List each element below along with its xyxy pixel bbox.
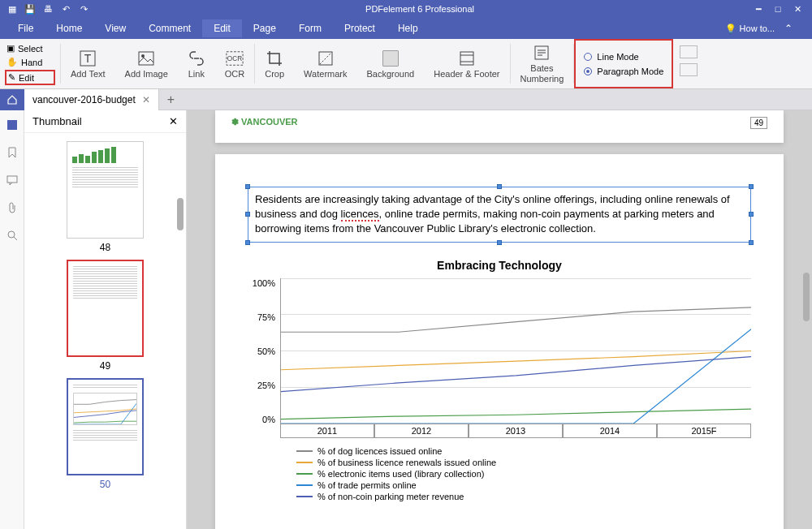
x-tick: 2013	[469, 424, 563, 438]
x-axis: 20112012201320142015F	[280, 424, 751, 438]
print-icon[interactable]: 🖶	[42, 3, 54, 15]
background-button[interactable]: Background	[356, 39, 424, 88]
x-tick: 2012	[374, 424, 469, 438]
menu-edit[interactable]: Edit	[202, 19, 242, 37]
menu-help[interactable]: Help	[387, 19, 430, 37]
doc-scrollbar[interactable]	[803, 273, 810, 321]
app-icon: ▦	[6, 3, 18, 15]
annotation-tab-icon[interactable]	[6, 174, 19, 187]
crop-icon	[266, 49, 283, 67]
add-text-button[interactable]: TAdd Text	[61, 39, 115, 88]
radio-filled-icon	[584, 67, 592, 75]
editing-textbox[interactable]: Residents are increasingly taking advant…	[248, 187, 751, 243]
resize-handle[interactable]	[497, 240, 502, 245]
home-tab[interactable]	[0, 89, 24, 110]
legend-item: % of trade permits online	[296, 480, 751, 490]
ocr-icon: OCR	[226, 49, 244, 67]
document-area[interactable]: ✽ VANCOUVER 49 Residents are increasingl…	[187, 110, 812, 529]
resize-handle[interactable]	[245, 240, 250, 245]
link-icon	[188, 49, 205, 67]
close-button[interactable]: ✕	[789, 3, 806, 15]
line-mode-option[interactable]: Line Mode	[584, 52, 663, 62]
align-icon-1[interactable]	[680, 45, 698, 58]
cursor-icon: ▣	[6, 43, 15, 54]
thumb-scrollbar[interactable]	[177, 198, 184, 230]
save-icon[interactable]: 💾	[24, 3, 36, 15]
howto-button[interactable]: 💡 How to...	[725, 24, 775, 34]
svg-rect-18	[7, 176, 17, 183]
thumb-label: 50	[67, 479, 144, 490]
undo-icon[interactable]: ↶	[60, 3, 71, 15]
bookmark-tab-icon[interactable]	[6, 146, 19, 159]
attachment-tab-icon[interactable]	[6, 201, 19, 214]
radio-icon	[584, 53, 592, 61]
crop-button[interactable]: Crop	[255, 39, 294, 88]
tab-label: vancouver-2016-budget	[32, 94, 136, 105]
sidebar	[0, 110, 24, 529]
bates-button[interactable]: Bates Numbering	[511, 39, 574, 88]
edit-tool[interactable]: ✎Edit	[5, 70, 55, 85]
bates-icon	[533, 44, 551, 62]
watermark-icon	[317, 49, 335, 67]
svg-point-3	[141, 54, 145, 58]
document-tab[interactable]: vancouver-2016-budget ✕	[24, 89, 159, 110]
chart-title: Embracing Technology	[248, 259, 751, 272]
resize-handle[interactable]	[749, 240, 754, 245]
link-button[interactable]: Link	[178, 39, 215, 88]
thumb-label: 49	[67, 360, 144, 372]
bulb-icon: 💡	[725, 24, 736, 34]
text-icon: T	[79, 49, 97, 67]
hand-label: Hand	[21, 58, 42, 67]
svg-rect-17	[7, 120, 17, 130]
search-tab-icon[interactable]	[6, 229, 19, 242]
thumbnail-close-icon[interactable]: ✕	[169, 115, 178, 127]
hand-tool[interactable]: ✋Hand	[5, 56, 55, 68]
collapse-ribbon-icon[interactable]: ⌃	[778, 23, 799, 34]
svg-line-20	[14, 237, 17, 240]
tab-close-icon[interactable]: ✕	[142, 94, 150, 105]
resize-handle[interactable]	[245, 212, 250, 217]
maximize-button[interactable]: □	[770, 3, 786, 15]
watermark-button[interactable]: Watermark	[294, 39, 356, 88]
menu-comment[interactable]: Comment	[137, 19, 202, 37]
previous-page-footer: ✽ VANCOUVER 49	[215, 110, 784, 143]
paragraph-mode-option[interactable]: Paragraph Mode	[584, 67, 663, 76]
ocr-button[interactable]: OCROCR	[215, 39, 254, 88]
svg-text:T: T	[84, 52, 92, 65]
add-image-button[interactable]: Add Image	[115, 39, 178, 88]
current-page: Residents are increasingly taking advant…	[215, 154, 784, 529]
legend-item: % of non-coin parking meter revenue	[296, 492, 751, 501]
menu-view[interactable]: View	[93, 19, 137, 37]
menu-form[interactable]: Form	[287, 19, 333, 37]
ribbon: ▣Select ✋Hand ✎Edit TAdd Text Add Image …	[0, 39, 812, 89]
svg-text:OCR: OCR	[227, 54, 242, 62]
thumbnail-49[interactable]: 49	[67, 260, 144, 372]
resize-handle[interactable]	[497, 184, 502, 189]
menu-protect[interactable]: Protect	[333, 19, 387, 37]
chart-plot-area	[280, 278, 751, 424]
header-footer-button[interactable]: Header & Footer	[424, 39, 509, 88]
y-axis: 100% 75% 50% 25% 0%	[248, 278, 280, 424]
redo-icon[interactable]: ↷	[78, 3, 89, 15]
tab-add-button[interactable]: +	[159, 92, 183, 107]
menu-file[interactable]: File	[6, 19, 45, 37]
menu-page[interactable]: Page	[242, 19, 287, 37]
resize-handle[interactable]	[245, 184, 250, 189]
pencil-icon: ✎	[8, 72, 15, 83]
edit-text-content[interactable]: Residents are increasingly taking advant…	[255, 193, 730, 234]
svg-rect-10	[460, 52, 473, 65]
thumbnail-50[interactable]: 50	[67, 378, 144, 490]
minimize-button[interactable]: ━	[750, 3, 767, 15]
menu-home[interactable]: Home	[45, 19, 93, 37]
image-icon	[137, 49, 155, 67]
thumbnail-48[interactable]: 48	[67, 141, 144, 253]
resize-handle[interactable]	[749, 212, 754, 217]
hand-icon: ✋	[6, 57, 18, 67]
select-tool[interactable]: ▣Select	[5, 42, 55, 54]
svg-point-19	[8, 231, 15, 238]
align-icon-2[interactable]	[680, 63, 698, 76]
thumbnail-tab-icon[interactable]	[6, 118, 19, 131]
resize-handle[interactable]	[749, 184, 754, 189]
legend-item: % of business licence renewals issued on…	[296, 458, 751, 467]
header-footer-icon	[458, 49, 476, 67]
